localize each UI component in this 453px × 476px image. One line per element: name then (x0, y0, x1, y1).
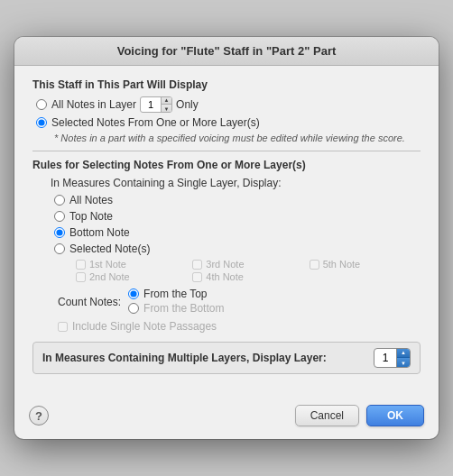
voicing-dialog: Voicing for "Flute" Staff in "Part 2" Pa… (14, 37, 439, 439)
multi-layer-spinner[interactable]: ▲ ▼ (374, 348, 411, 368)
rules-label: Rules for Selecting Notes From One or Mo… (32, 159, 421, 171)
note4-row: 4th Note (192, 271, 303, 282)
dialog-footer: ? Cancel OK (14, 398, 439, 439)
note4-checkbox[interactable] (192, 272, 202, 282)
layer-number-input[interactable]: ▲ ▼ (140, 96, 172, 113)
from-top-label: From the Top (143, 288, 207, 300)
from-top-item: From the Top (128, 288, 224, 300)
multi-layer-spin-down[interactable]: ▼ (397, 358, 410, 368)
sl-bottom-note-label: Bottom Note (69, 226, 130, 239)
layer-spin-buttons[interactable]: ▲ ▼ (161, 96, 171, 113)
selected-notes-label: Selected Notes From One or More Layer(s) (51, 116, 260, 129)
top-note-row: Top Note (51, 210, 421, 223)
multi-layer-value[interactable] (374, 352, 396, 364)
note-checkbox-grid: 1st Note 3rd Note 5th Note 2nd Note 4th … (76, 259, 421, 282)
help-button[interactable]: ? (29, 406, 49, 426)
count-notes-row: Count Notes: From the Top From the Botto… (58, 288, 421, 316)
layer-spin-up[interactable]: ▲ (162, 96, 171, 105)
cancel-button[interactable]: Cancel (295, 405, 359, 426)
note5-checkbox[interactable] (310, 260, 319, 270)
note5-label: 5th Note (323, 259, 361, 270)
note3-checkbox[interactable] (192, 260, 202, 270)
voicing-note: * Notes in a part with a specified voici… (54, 133, 421, 143)
sl-selected-notes-radio[interactable] (54, 243, 65, 254)
note2-row: 2nd Note (76, 271, 187, 282)
note5-row: 5th Note (310, 259, 421, 270)
layer-spin-down[interactable]: ▼ (162, 105, 171, 113)
note1-checkbox[interactable] (76, 260, 86, 270)
only-label: Only (176, 98, 199, 111)
multi-layer-spin-buttons[interactable]: ▲ ▼ (396, 348, 410, 368)
sl-top-note-label: Top Note (69, 210, 113, 223)
from-bottom-item: From the Bottom (128, 302, 224, 315)
staff-display-label: This Staff in This Part Will Display (32, 78, 421, 91)
sl-all-notes-radio[interactable] (54, 195, 65, 206)
note3-row: 3rd Note (192, 259, 303, 270)
note4-label: 4th Note (206, 271, 244, 282)
dialog-title: Voicing for "Flute" Staff in "Part 2" Pa… (14, 37, 439, 66)
selected-notes-radio[interactable] (36, 117, 47, 128)
selected-notes-row: Selected Notes From One or More Layer(s) (32, 116, 421, 129)
all-notes-single-row: All Notes (51, 194, 421, 206)
selected-notes-single-row: Selected Note(s) (51, 243, 421, 255)
include-single-row: Include Single Note Passages (58, 320, 421, 333)
bottom-note-row: Bottom Note (51, 226, 421, 239)
include-single-checkbox[interactable] (58, 322, 68, 332)
note1-label: 1st Note (89, 259, 126, 270)
note3-label: 3rd Note (206, 259, 244, 270)
sl-bottom-note-radio[interactable] (54, 227, 65, 238)
separator-1 (32, 151, 421, 151)
from-top-radio[interactable] (128, 288, 139, 299)
multi-layer-spin-up[interactable]: ▲ (397, 348, 410, 358)
sl-selected-notes-label: Selected Note(s) (69, 243, 150, 255)
from-bottom-radio[interactable] (128, 303, 139, 314)
count-radio-group: From the Top From the Bottom (128, 288, 224, 316)
multi-layer-label: In Measures Containing Multiple Layers, … (42, 352, 374, 364)
ok-button[interactable]: OK (366, 405, 424, 426)
from-bottom-label: From the Bottom (143, 302, 224, 315)
sl-all-notes-label: All Notes (69, 194, 113, 206)
layer-value-field[interactable] (141, 99, 161, 110)
note2-checkbox[interactable] (76, 272, 86, 282)
all-notes-radio[interactable] (36, 99, 47, 110)
all-notes-layer-row: All Notes in Layer ▲ ▼ Only (32, 96, 421, 113)
sl-top-note-radio[interactable] (54, 211, 65, 222)
count-notes-label: Count Notes: (58, 296, 121, 308)
multi-layer-row: In Measures Containing Multiple Layers, … (32, 342, 421, 374)
note2-label: 2nd Note (89, 271, 130, 282)
note1-row: 1st Note (76, 259, 187, 270)
all-notes-label: All Notes in Layer (51, 98, 136, 111)
include-single-label: Include Single Note Passages (72, 320, 217, 333)
single-layer-label: In Measures Containing a Single Layer, D… (51, 177, 421, 189)
